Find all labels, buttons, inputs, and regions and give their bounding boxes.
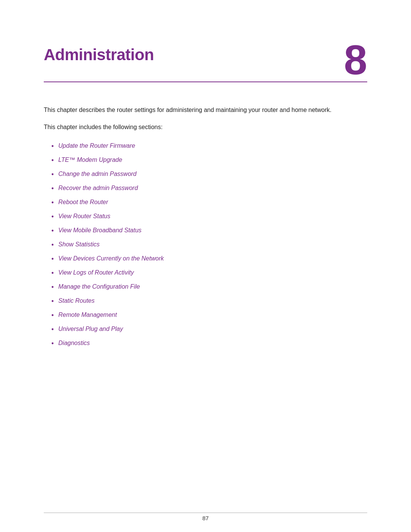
toc-link[interactable]: Static Routes [58, 296, 94, 305]
intro-paragraph-2: This chapter includes the following sect… [44, 122, 367, 132]
toc-item: •View Devices Currently on the Network [51, 254, 367, 264]
toc-link[interactable]: Change the admin Password [58, 169, 136, 179]
toc-item: •View Logs of Router Activity [51, 268, 367, 278]
bullet-icon: • [51, 212, 54, 222]
toc-link[interactable]: View Mobile Broadband Status [58, 226, 142, 235]
toc-item: •View Mobile Broadband Status [51, 226, 367, 236]
toc-item: •Universal Plug and Play [51, 324, 367, 335]
bullet-icon: • [51, 141, 54, 152]
toc-item: •View Router Status [51, 212, 367, 222]
toc-item: •Remote Management [51, 310, 367, 321]
toc-link[interactable]: Recover the admin Password [58, 184, 138, 193]
chapter-number: 8 [344, 42, 367, 78]
chapter-header: Administration 8 [44, 46, 367, 82]
page-number: 87 [202, 515, 209, 521]
bullet-icon: • [51, 184, 54, 194]
toc-link[interactable]: LTE™ Modem Upgrade [58, 155, 122, 165]
intro-paragraph-1: This chapter describes the router settin… [44, 105, 356, 115]
toc-item: •Diagnostics [51, 339, 367, 349]
chapter-title: Administration [44, 46, 154, 64]
bullet-icon: • [51, 226, 54, 236]
bullet-icon: • [51, 169, 54, 180]
toc-item: •Change the admin Password [51, 169, 367, 180]
bullet-icon: • [51, 296, 54, 307]
toc-link[interactable]: Manage the Configuration File [58, 282, 140, 291]
bullet-icon: • [51, 310, 54, 321]
toc-link[interactable]: Update the Router Firmware [58, 141, 135, 150]
toc-link[interactable]: Diagnostics [58, 339, 90, 348]
bullet-icon: • [51, 155, 54, 166]
bullet-icon: • [51, 339, 54, 349]
toc-link[interactable]: View Devices Currently on the Network [58, 254, 164, 263]
bullet-icon: • [51, 282, 54, 292]
bullet-icon: • [51, 268, 54, 278]
toc-link[interactable]: Reboot the Router [58, 198, 108, 207]
bullet-icon: • [51, 254, 54, 264]
toc-link[interactable]: Show Statistics [58, 240, 99, 249]
toc-list: •Update the Router Firmware•LTE™ Modem U… [44, 141, 367, 349]
toc-link[interactable]: Remote Management [58, 310, 117, 320]
bullet-icon: • [51, 240, 54, 250]
bottom-rule [44, 513, 367, 513]
bullet-icon: • [51, 324, 54, 335]
toc-item: •LTE™ Modem Upgrade [51, 155, 367, 166]
toc-item: •Show Statistics [51, 240, 367, 250]
toc-item: •Recover the admin Password [51, 184, 367, 194]
bullet-icon: • [51, 198, 54, 208]
toc-item: •Reboot the Router [51, 198, 367, 208]
toc-link[interactable]: View Logs of Router Activity [58, 268, 134, 277]
toc-link[interactable]: View Router Status [58, 212, 110, 221]
toc-item: •Static Routes [51, 296, 367, 307]
toc-link[interactable]: Universal Plug and Play [58, 324, 123, 334]
toc-item: •Manage the Configuration File [51, 282, 367, 292]
toc-item: •Update the Router Firmware [51, 141, 367, 152]
page: Administration 8 This chapter describes … [0, 0, 411, 532]
